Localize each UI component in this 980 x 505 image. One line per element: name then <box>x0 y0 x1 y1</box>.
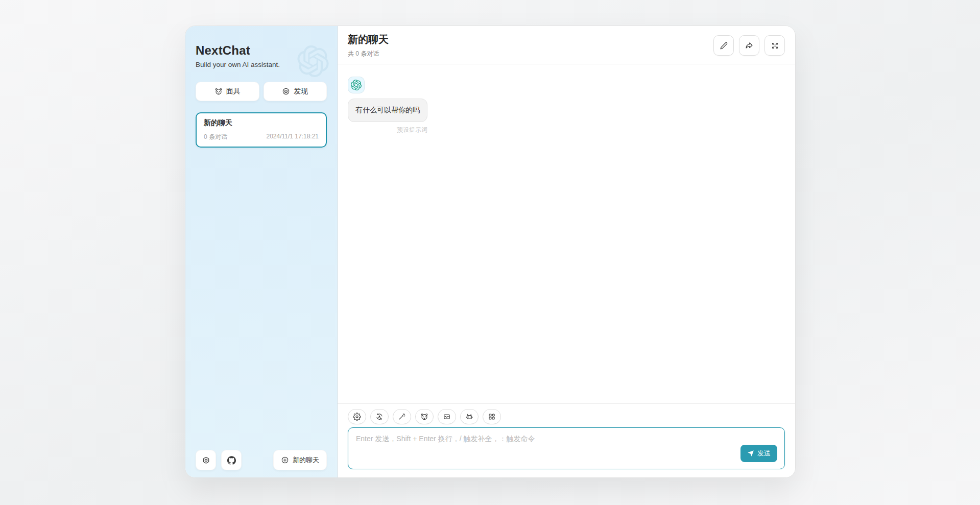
message-input[interactable] <box>348 428 784 469</box>
prompt-wand-icon <box>398 413 406 421</box>
preset-prompt-hint: 预设提示词 <box>397 126 427 134</box>
send-button-label: 发送 <box>757 449 771 458</box>
model-settings-gear-icon <box>353 413 361 421</box>
share-chat-button[interactable] <box>739 35 759 56</box>
auto-theme-button[interactable] <box>370 409 389 424</box>
chat-item-info: 0 条对话 2024/11/1 17:18:21 <box>204 133 319 141</box>
sidebar-nav-row: 面具 发现 <box>196 82 327 101</box>
nextchat-openai-logo-icon <box>297 45 329 77</box>
sidebar-footer: 新的聊天 <box>196 450 327 470</box>
chat-header-titles: 新的聊天 共 0 条对话 <box>348 33 389 58</box>
clear-context-icon <box>443 413 451 421</box>
assistant-message: 有什么可以帮你的吗 预设提示词 <box>348 77 785 134</box>
new-chat-button-label: 新的聊天 <box>293 455 319 465</box>
chat-title: 新的聊天 <box>348 33 389 46</box>
masks-toolbar-button[interactable] <box>415 409 434 424</box>
composer: 发送 <box>338 403 795 477</box>
shortcut-keys-button[interactable] <box>483 409 501 424</box>
assistant-message-bubble: 有什么可以帮你的吗 <box>348 99 427 122</box>
chat-subtitle: 共 0 条对话 <box>348 50 389 58</box>
maximize-icon <box>771 41 779 50</box>
chat-item-count: 0 条对话 <box>204 133 227 141</box>
maximize-button[interactable] <box>764 35 785 56</box>
new-chat-button[interactable]: 新的聊天 <box>273 450 327 470</box>
plugins-button[interactable] <box>460 409 479 424</box>
settings-button[interactable] <box>196 450 216 470</box>
chat-list-item[interactable]: 新的聊天 0 条对话 2024/11/1 17:18:21 <box>196 112 327 148</box>
send-plane-icon <box>747 450 754 457</box>
plugin-robot-icon <box>465 413 473 421</box>
shortcut-grid-icon <box>488 413 496 421</box>
chat-item-title: 新的聊天 <box>204 118 319 128</box>
clear-context-button[interactable] <box>438 409 456 424</box>
github-button[interactable] <box>221 450 242 470</box>
rename-chat-button[interactable] <box>713 35 734 56</box>
masks-button-label: 面具 <box>226 87 241 96</box>
model-settings-button[interactable] <box>348 409 366 424</box>
settings-icon <box>202 456 210 465</box>
discover-button-label: 发现 <box>294 87 308 96</box>
auto-theme-icon <box>375 413 384 421</box>
sidebar: NextChat Build your own AI assistant. 面具 <box>185 26 338 477</box>
openai-bot-avatar-icon <box>348 77 365 93</box>
chat-item-date: 2024/11/1 17:18:21 <box>266 133 319 141</box>
chat-main-panel: 新的聊天 共 0 条对话 <box>338 26 795 477</box>
chat-message-list: 有什么可以帮你的吗 预设提示词 <box>338 64 795 403</box>
prompt-wand-button[interactable] <box>393 409 411 424</box>
assistant-message-body: 有什么可以帮你的吗 预设提示词 <box>348 99 427 134</box>
message-input-container: 发送 <box>348 427 785 469</box>
discover-icon <box>282 87 290 95</box>
chat-header-actions <box>713 35 785 56</box>
share-icon <box>745 41 754 50</box>
add-circle-icon <box>281 456 289 464</box>
app-window: NextChat Build your own AI assistant. 面具 <box>185 26 796 478</box>
discover-button[interactable]: 发现 <box>264 82 327 101</box>
github-icon <box>227 456 236 465</box>
rename-icon <box>720 41 728 50</box>
masks-button[interactable]: 面具 <box>196 82 259 101</box>
composer-toolbar <box>348 409 785 424</box>
mask-icon <box>420 413 428 421</box>
chat-header: 新的聊天 共 0 条对话 <box>338 26 795 64</box>
mask-icon <box>214 87 223 95</box>
send-button[interactable]: 发送 <box>740 445 777 462</box>
sidebar-footer-left <box>196 450 242 470</box>
